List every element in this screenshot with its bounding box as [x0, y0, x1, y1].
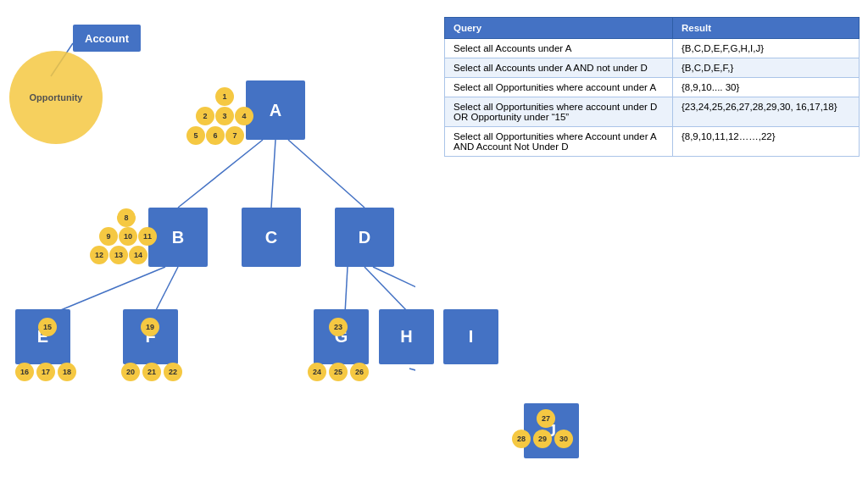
table-cell-query: Select all Accounts under A AND not unde… — [445, 58, 673, 78]
table-row: Select all Accounts under A{B,C,D,E,F,G,… — [445, 39, 860, 58]
opportunity-legend-label: Opportunity — [30, 92, 83, 103]
opp-15: 15 — [38, 318, 57, 336]
svg-line-1 — [178, 140, 263, 208]
account-legend-label: Account — [85, 32, 129, 45]
table-cell-result: {8,9,10.... 30} — [672, 78, 859, 97]
opp-1: 1 — [215, 87, 234, 106]
opp-26: 26 — [350, 363, 369, 381]
table-row: Select all Opportunities where account u… — [445, 97, 860, 127]
table-cell-query: Select all Opportunities where Account u… — [445, 127, 673, 157]
table-header-result: Result — [672, 18, 859, 39]
opp-6: 6 — [206, 126, 225, 145]
table-cell-result: {23,24,25,26,27,28,29,30, 16,17,18} — [672, 97, 859, 127]
svg-line-5 — [154, 267, 178, 313]
account-legend-box: Account — [73, 25, 141, 52]
node-H: H — [379, 309, 434, 364]
opp-10: 10 — [119, 227, 137, 246]
opp-24: 24 — [308, 363, 326, 381]
opp-12: 12 — [90, 246, 108, 264]
node-I: I — [443, 309, 498, 364]
opp-21: 21 — [142, 363, 161, 381]
opp-8: 8 — [117, 208, 136, 227]
table-cell-result: {B,C,D,E,F,G,H,I,J} — [672, 39, 859, 58]
opp-13: 13 — [109, 246, 128, 264]
table-row: Select all Opportunities where Account u… — [445, 127, 860, 157]
opp-22: 22 — [164, 363, 182, 381]
opp-30: 30 — [554, 430, 573, 448]
opp-11: 11 — [138, 227, 157, 246]
opp-14: 14 — [129, 246, 147, 264]
opp-4: 4 — [235, 107, 253, 125]
opp-17: 17 — [36, 363, 55, 381]
svg-line-8 — [373, 267, 415, 313]
opp-29: 29 — [533, 430, 552, 448]
svg-line-7 — [364, 267, 409, 313]
opp-3: 3 — [215, 107, 234, 125]
svg-line-3 — [288, 140, 364, 208]
opp-18: 18 — [58, 363, 76, 381]
opp-20: 20 — [121, 363, 140, 381]
opp-7: 7 — [225, 126, 244, 145]
opp-16: 16 — [15, 363, 34, 381]
node-D: D — [335, 208, 394, 267]
opp-23: 23 — [329, 318, 348, 336]
opp-2: 2 — [196, 107, 214, 125]
table-row: Select all Accounts under A AND not unde… — [445, 58, 860, 78]
svg-line-4 — [53, 267, 165, 313]
opportunity-legend-circle: Opportunity — [9, 51, 103, 144]
query-table: Query Result Select all Accounts under A… — [444, 17, 860, 157]
node-E: E — [15, 309, 70, 364]
opp-19: 19 — [141, 318, 159, 336]
node-B: B — [148, 208, 208, 267]
svg-line-2 — [271, 140, 275, 208]
opp-9: 9 — [99, 227, 118, 246]
opp-28: 28 — [512, 430, 531, 448]
table-cell-query: Select all Accounts under A — [445, 39, 673, 58]
table-header-query: Query — [445, 18, 673, 39]
table-cell-query: Select all Opportunities where account u… — [445, 78, 673, 97]
opp-25: 25 — [329, 363, 348, 381]
node-C: C — [242, 208, 301, 267]
node-A: A — [246, 80, 305, 140]
table-cell-result: {B,C,D,E,F,} — [672, 58, 859, 78]
table-cell-result: {8,9,10,11,12……,22} — [672, 127, 859, 157]
opp-27: 27 — [537, 409, 555, 428]
svg-line-9 — [409, 369, 415, 407]
table-cell-query: Select all Opportunities where account u… — [445, 97, 673, 127]
opp-5: 5 — [186, 126, 205, 145]
svg-line-6 — [345, 267, 348, 313]
table-row: Select all Opportunities where account u… — [445, 78, 860, 97]
